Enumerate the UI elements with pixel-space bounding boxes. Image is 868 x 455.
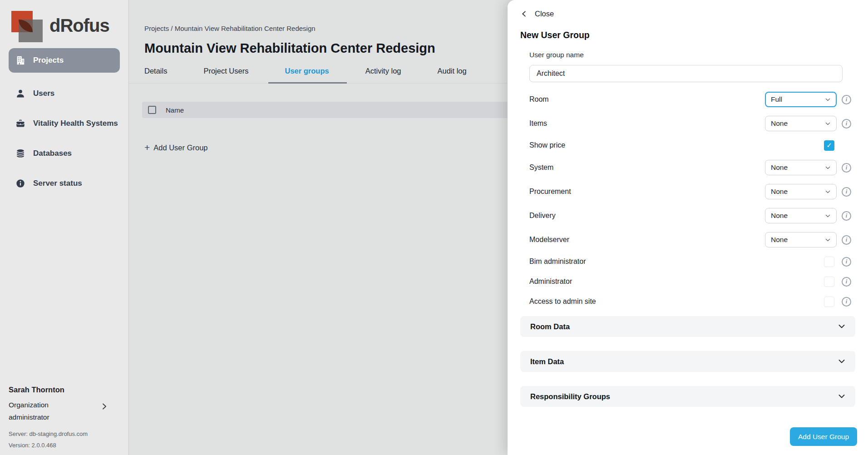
- sidebar-item-projects[interactable]: Projects: [9, 48, 120, 73]
- chevron-down-icon: [825, 97, 831, 103]
- info-icon[interactable]: [842, 257, 851, 267]
- chevron-down-icon: [825, 213, 831, 219]
- brand-name: dRofus: [49, 15, 109, 36]
- new-user-group-drawer: Close New User Group User group name Roo…: [508, 0, 868, 455]
- info-icon[interactable]: [842, 187, 851, 197]
- info-icon[interactable]: [842, 211, 851, 221]
- row-bim-administrator: Bim administrator: [529, 256, 851, 267]
- chevron-down-icon: [825, 165, 831, 171]
- modelserver-select[interactable]: None: [765, 232, 837, 247]
- chevron-down-icon: [825, 237, 831, 243]
- chevron-down-icon: [838, 393, 845, 400]
- building-icon: [15, 55, 26, 66]
- delivery-select[interactable]: None: [765, 208, 837, 223]
- drofus-logo-icon: [9, 8, 43, 43]
- user-group-name-field: User group name: [529, 50, 846, 82]
- sidebar-item-label: Vitality Health Systems: [33, 119, 118, 129]
- sidebar-footer: Sarah Thornton Organization administrato…: [9, 386, 120, 449]
- version-info: Version: 2.0.0.468: [9, 442, 120, 449]
- sidebar: dRofus Projects Users Vitality Health Sy…: [0, 0, 129, 455]
- procurement-select[interactable]: None: [765, 184, 837, 199]
- section-responsibility-groups[interactable]: Responsibility Groups: [520, 386, 855, 407]
- row-procurement: Procurement None: [529, 184, 851, 199]
- sidebar-item-label: Server status: [33, 178, 82, 189]
- show-price-checkbox[interactable]: [824, 140, 834, 151]
- chevron-down-icon: [825, 189, 831, 195]
- add-user-group-button[interactable]: Add User Group: [790, 427, 857, 446]
- items-select[interactable]: None: [765, 116, 837, 131]
- access-to-admin-site-checkbox[interactable]: [824, 297, 834, 307]
- drawer-title: New User Group: [520, 30, 868, 40]
- tab-audit-log[interactable]: Audit log: [438, 66, 467, 83]
- user-role: Organization administrator: [9, 399, 86, 423]
- user-group-name-label: User group name: [529, 50, 846, 59]
- section-item-data[interactable]: Item Data: [520, 351, 855, 372]
- database-icon: [15, 148, 26, 159]
- row-items: Items None: [529, 116, 851, 131]
- user-role-row[interactable]: Organization administrator: [9, 399, 120, 423]
- row-system: System None: [529, 160, 851, 175]
- chevron-down-icon: [838, 323, 845, 330]
- row-administrator: Administrator: [529, 276, 851, 287]
- add-user-group-label: Add User Group: [153, 143, 207, 152]
- user-group-name-input[interactable]: [529, 65, 843, 82]
- row-delivery: Delivery None: [529, 208, 851, 223]
- collapsible-sections: Room Data Item Data Responsibility Group…: [520, 316, 855, 407]
- select-all-checkbox[interactable]: [148, 106, 156, 114]
- app-logo: dRofus: [9, 8, 120, 43]
- chevron-left-icon: [521, 10, 528, 17]
- bim-administrator-checkbox[interactable]: [824, 257, 834, 267]
- person-icon: [15, 88, 26, 99]
- sidebar-item-databases[interactable]: Databases: [9, 144, 120, 163]
- room-select[interactable]: Full: [765, 92, 837, 107]
- administrator-checkbox[interactable]: [824, 277, 834, 287]
- chevron-right-icon: [101, 403, 108, 412]
- row-modelserver: Modelserver None: [529, 232, 851, 247]
- row-show-price: Show price: [529, 140, 851, 151]
- info-icon[interactable]: [842, 297, 851, 307]
- info-icon[interactable]: [842, 95, 851, 104]
- close-button[interactable]: Close: [508, 0, 554, 18]
- close-label: Close: [535, 10, 554, 18]
- info-icon[interactable]: [842, 235, 851, 245]
- sidebar-item-vitality-health-systems[interactable]: Vitality Health Systems: [9, 114, 120, 133]
- sidebar-item-server-status[interactable]: Server status: [9, 174, 120, 193]
- chevron-down-icon: [838, 358, 845, 365]
- add-user-group-link[interactable]: Add User Group: [144, 143, 208, 153]
- info-icon[interactable]: [842, 163, 851, 173]
- row-room: Room Full: [529, 92, 851, 107]
- row-access-to-admin-site: Access to admin site: [529, 296, 851, 307]
- section-room-data[interactable]: Room Data: [520, 316, 855, 337]
- tab-project-users[interactable]: Project Users: [203, 66, 248, 83]
- tab-user-groups[interactable]: User groups: [285, 66, 329, 83]
- sidebar-item-users[interactable]: Users: [9, 84, 120, 103]
- info-icon[interactable]: [842, 119, 851, 129]
- sidebar-item-label: Databases: [33, 148, 72, 159]
- system-select[interactable]: None: [765, 160, 837, 175]
- tab-activity-log[interactable]: Activity log: [365, 66, 401, 83]
- app-root: dRofus Projects Users Vitality Health Sy…: [0, 0, 868, 455]
- permission-rows: Room Full Items None Show price: [529, 92, 851, 307]
- plus-icon: [144, 143, 150, 153]
- tab-details[interactable]: Details: [144, 66, 167, 83]
- sidebar-nav: Projects Users Vitality Health Systems D…: [9, 43, 120, 193]
- server-info: Server: db-staging.drofus.com: [9, 430, 120, 437]
- info-icon[interactable]: [842, 277, 851, 287]
- sidebar-item-label: Projects: [33, 56, 64, 65]
- chevron-down-icon: [825, 121, 831, 127]
- column-header-name: Name: [166, 106, 184, 114]
- user-name: Sarah Thornton: [9, 386, 120, 394]
- info-icon: [15, 178, 26, 189]
- sidebar-item-label: Users: [33, 89, 54, 99]
- briefcase-icon: [15, 118, 26, 129]
